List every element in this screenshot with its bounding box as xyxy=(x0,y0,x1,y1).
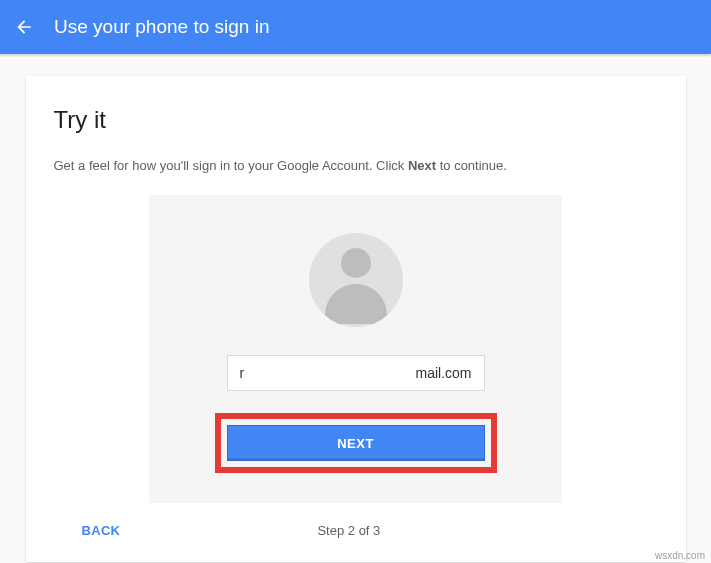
email-field[interactable]: r mail.com xyxy=(227,355,485,391)
main-card: Try it Get a feel for how you'll sign in… xyxy=(26,76,686,562)
signin-preview-panel: r mail.com NEXT xyxy=(149,195,562,503)
back-button[interactable]: BACK xyxy=(82,523,121,538)
next-button-highlight-box: NEXT xyxy=(215,413,497,473)
next-button-label: NEXT xyxy=(337,436,374,451)
back-arrow-icon[interactable] xyxy=(14,17,34,37)
watermark: wsxdn.com xyxy=(655,550,705,561)
footer-row: BACK Step 2 of 3 xyxy=(54,523,658,538)
subtitle-bold: Next xyxy=(408,158,436,173)
avatar-icon xyxy=(309,233,403,327)
step-indicator: Step 2 of 3 xyxy=(317,523,380,538)
email-value-right: mail.com xyxy=(415,365,471,381)
subtitle-suffix: to continue. xyxy=(436,158,507,173)
email-value-left: r xyxy=(240,365,245,381)
card-subtitle: Get a feel for how you'll sign in to you… xyxy=(54,158,658,173)
subtitle-prefix: Get a feel for how you'll sign in to you… xyxy=(54,158,408,173)
header-title: Use your phone to sign in xyxy=(54,16,269,38)
card-title: Try it xyxy=(54,106,658,134)
app-header: Use your phone to sign in xyxy=(0,0,711,54)
next-button[interactable]: NEXT xyxy=(227,425,485,461)
